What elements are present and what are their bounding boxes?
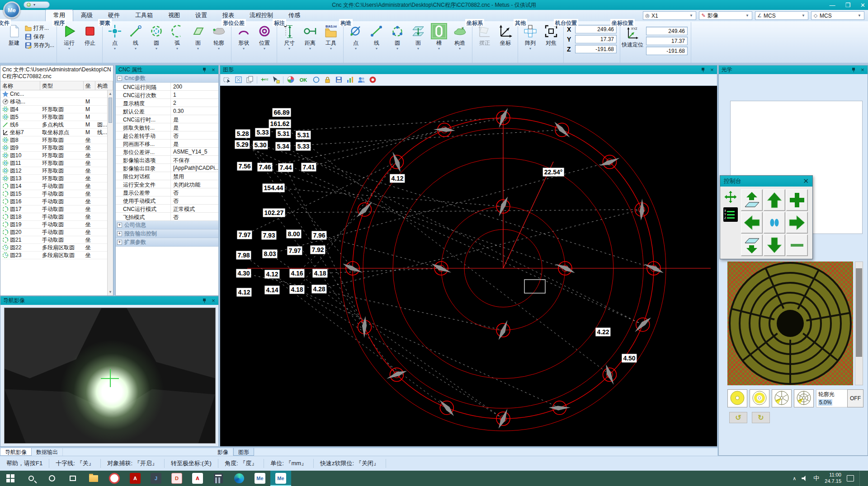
property-value[interactable]: 否 (171, 213, 218, 220)
ring-light-diagram[interactable] (727, 262, 853, 385)
taskbar-start-button[interactable] (0, 471, 21, 486)
taskbar-calculator-button[interactable] (208, 471, 229, 486)
点-button[interactable]: 点▼ (346, 23, 366, 51)
coord-value-2[interactable]: -191.68 (646, 47, 688, 55)
status-item-2[interactable]: 对象捕获: 『开启』 (101, 459, 164, 467)
pin-icon[interactable] (201, 298, 208, 304)
copy-view-icon[interactable] (245, 76, 254, 84)
tree-row-圆12[interactable]: 圆12环形取圆坐 (0, 167, 107, 175)
taskbar-notes-button[interactable]: J (146, 471, 166, 486)
tab-数据输出[interactable]: 数据输出 (32, 448, 63, 456)
property-value[interactable]: 关闭此功能 (171, 180, 218, 188)
槽-button[interactable]: 槽▼ (429, 23, 449, 51)
property-group-header[interactable]: +公司信息 (116, 221, 218, 229)
minimize-button[interactable]: — (829, 2, 835, 9)
tree-row-圆14[interactable]: 圆14手动取圆坐 (0, 182, 107, 190)
位置-button[interactable]: 位置▼ (255, 23, 274, 51)
taskbar-metus-button[interactable]: Me (250, 471, 270, 486)
view-tab-影像[interactable]: 影像 (213, 448, 233, 456)
点-button[interactable]: 点▼ (105, 23, 125, 51)
tree-row-圆17[interactable]: 圆17手动取圆坐 (0, 206, 107, 213)
column-header-构造[interactable]: 构造 (95, 81, 113, 90)
quick-access-toolbar[interactable]: ▾ (24, 1, 50, 8)
tree-row-圆21[interactable]: 圆21手动取圆坐 (0, 236, 107, 244)
property-row[interactable]: 运行安全文件关闭此功能 (116, 180, 218, 188)
tray-expand-icon[interactable]: ∧ (793, 476, 796, 481)
light-ring-button[interactable] (750, 389, 769, 407)
打开...-button[interactable]: 打开... (25, 24, 54, 32)
tab-视图[interactable]: 视图 (160, 10, 188, 21)
lock-icon[interactable] (323, 76, 331, 84)
tree-scrollbar[interactable]: ▲ ▼ (107, 90, 113, 295)
console-close-icon[interactable]: ✕ (803, 177, 809, 185)
view-tab-图形[interactable]: 图形 (233, 448, 254, 456)
property-value[interactable]: 禁用 (171, 172, 218, 180)
property-value[interactable]: 是 (171, 140, 218, 147)
fit-view-icon[interactable] (234, 76, 242, 84)
expand-icon[interactable]: + (117, 231, 122, 236)
combo-x1-0[interactable]: ◎X1▼ (643, 11, 696, 20)
machine-z-value[interactable]: -191.68 (575, 45, 617, 53)
light-sector-button[interactable] (772, 389, 792, 407)
status-item-6[interactable]: 快速z软限位: 『关闭』 (314, 459, 386, 467)
tree-row-圆8[interactable]: 圆8环形取圆坐 (0, 136, 107, 144)
property-value[interactable]: ASME_Y14_5 (171, 148, 218, 155)
close-panel-icon[interactable]: × (210, 67, 217, 73)
tree-row-圆16[interactable]: 圆16手动取圆坐 (0, 198, 107, 206)
jog-move-icon[interactable] (724, 190, 737, 204)
tree-row-坐标7[interactable]: 坐标7取坐标原点M线... (0, 129, 107, 136)
新建-button[interactable]: 新建 (4, 23, 24, 47)
status-item-3[interactable]: 转至极坐标:(关) (165, 459, 218, 467)
property-value[interactable]: 0.30 (171, 107, 218, 115)
pick-point-icon[interactable] (272, 76, 280, 84)
property-value[interactable]: 200 (171, 83, 218, 90)
taskbar-acrobat-button[interactable]: A (125, 471, 146, 486)
status-item-4[interactable]: 角度: 『度』 (218, 459, 264, 467)
tree-row-圆4[interactable]: 圆4环形取圆M (0, 106, 107, 113)
property-value[interactable]: 否 (171, 188, 218, 196)
scroll-down-icon[interactable]: ▼ (108, 289, 113, 295)
column-header-坐[interactable]: 坐 (84, 81, 95, 90)
property-row[interactable]: 影像输出目录[AppPath]\CADPi... (116, 164, 218, 172)
quick-position-button[interactable]: XYZ快速定位 (623, 24, 642, 55)
property-row[interactable]: 显示精度2 (116, 99, 218, 107)
rotate-ccw-button[interactable]: ↺ (729, 412, 747, 423)
pin-icon[interactable] (700, 67, 706, 73)
tree-row-圆19[interactable]: 圆19手动取圆坐 (0, 221, 107, 229)
taskbar-search-button[interactable] (21, 471, 42, 486)
停止-button[interactable]: 停止 (80, 23, 100, 47)
保存-button[interactable]: 保存 (25, 33, 54, 41)
chart-icon[interactable] (346, 76, 354, 84)
volume-icon[interactable] (802, 476, 808, 481)
tree-row-移动...[interactable]: 移动...M (0, 98, 107, 106)
tree-row-圆13[interactable]: 圆13环形取圆坐 (0, 175, 107, 182)
property-row[interactable]: 抓取失败转...是 (116, 123, 218, 131)
console-down-button[interactable] (764, 234, 785, 256)
status-item-1[interactable]: 十字线: 『关』 (49, 459, 100, 467)
tree-row-圆5[interactable]: 圆5环形取圆M (0, 113, 107, 121)
property-value[interactable]: 否 (171, 196, 218, 204)
coord-value-0[interactable]: 249.46 (646, 27, 688, 35)
status-item-5[interactable]: 单位: 『mm』 (264, 459, 313, 467)
coord-value-1[interactable]: 17.37 (646, 37, 688, 45)
工具-button[interactable]: BIAS.ini工具▼ (321, 23, 341, 51)
面-button[interactable]: 面▼ (188, 23, 208, 51)
property-row[interactable]: 使用手动模式否 (116, 196, 218, 205)
column-header-类型[interactable]: 类型 (40, 81, 84, 90)
ok-button[interactable]: OK (298, 76, 309, 84)
面-button[interactable]: 面▼ (408, 23, 428, 51)
light-off-button[interactable]: OFF (847, 389, 863, 407)
圆-button[interactable]: 圆▼ (387, 23, 407, 51)
pin-icon[interactable] (850, 67, 857, 73)
ime-indicator[interactable]: 中 (813, 474, 819, 482)
形状-button[interactable]: 形状▼ (234, 23, 254, 51)
console-z-up-button[interactable] (741, 189, 763, 211)
taskbar-explorer-button[interactable] (83, 471, 104, 486)
tab-工具箱[interactable]: 工具箱 (127, 10, 160, 21)
property-row[interactable]: 飞拍模式否 (116, 213, 218, 221)
console-z-down-button[interactable] (741, 234, 763, 256)
combo-mcs-3[interactable]: ◇MCS▼ (811, 11, 864, 20)
tab-设置[interactable]: 设置 (188, 10, 215, 21)
optics-scrollbar[interactable] (855, 262, 863, 385)
color-icon[interactable] (287, 76, 295, 84)
